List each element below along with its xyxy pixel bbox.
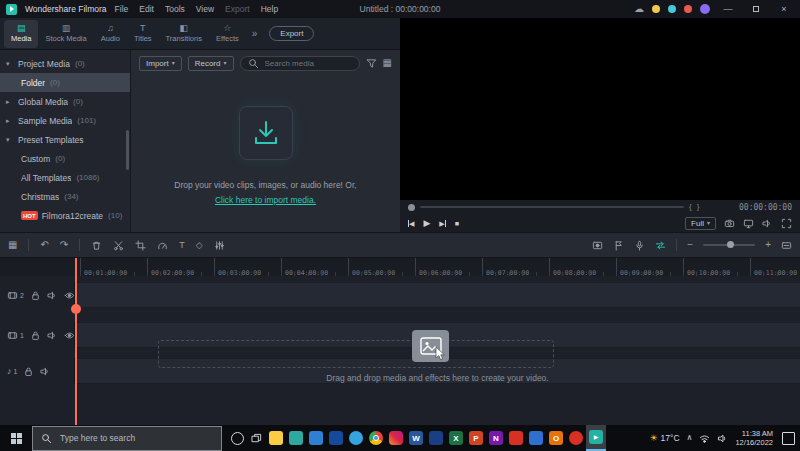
taskbar-app[interactable] bbox=[306, 425, 326, 451]
mute-icon[interactable] bbox=[40, 366, 51, 377]
timeline-media-view-icon[interactable]: ▦ bbox=[8, 240, 17, 250]
user-avatar[interactable] bbox=[700, 4, 710, 14]
previous-frame-button[interactable]: ◀ bbox=[408, 220, 414, 227]
screen-record-icon[interactable] bbox=[592, 240, 603, 251]
cortana-icon[interactable] bbox=[231, 432, 244, 445]
sidebar-scrollbar[interactable] bbox=[126, 130, 129, 170]
display-device-icon[interactable] bbox=[743, 218, 754, 229]
taskbar-app[interactable] bbox=[566, 425, 586, 451]
taskbar-search-input[interactable] bbox=[58, 432, 213, 444]
menu-file[interactable]: File bbox=[115, 4, 129, 14]
taskbar-app[interactable]: X bbox=[446, 425, 466, 451]
undo-icon[interactable]: ↶ bbox=[40, 240, 48, 250]
taskbar-app[interactable]: W bbox=[406, 425, 426, 451]
weather-widget[interactable]: ☀ 17°C bbox=[650, 433, 680, 443]
taskbar-app[interactable]: N bbox=[486, 425, 506, 451]
split-icon[interactable] bbox=[113, 240, 124, 251]
menu-tools[interactable]: Tools bbox=[165, 4, 185, 14]
play-button[interactable]: ▶ bbox=[423, 219, 430, 228]
hidden-icons-chevron[interactable]: ∧ bbox=[687, 434, 693, 442]
expand-arrow-icon[interactable]: ▸ bbox=[6, 117, 14, 125]
taskbar-app[interactable] bbox=[426, 425, 446, 451]
sidebar-item-custom[interactable]: Custom (0) bbox=[0, 149, 130, 168]
grid-view-icon[interactable]: ▦ bbox=[383, 58, 392, 68]
sidebar-item-global-media[interactable]: ▸ Global Media (0) bbox=[0, 92, 130, 111]
taskbar-app[interactable] bbox=[386, 425, 406, 451]
timeline-ruler[interactable]: 00:01:00:00 00:02:00:00 00:03:00:00 00:0… bbox=[0, 258, 800, 276]
fullscreen-icon[interactable] bbox=[781, 218, 792, 229]
auto-ripple-icon[interactable] bbox=[655, 240, 666, 251]
task-view-icon[interactable] bbox=[251, 433, 262, 444]
taskbar-app-filmora-active[interactable]: ▶ bbox=[586, 425, 606, 451]
sidebar-item-all-templates[interactable]: All Templates (1086) bbox=[0, 168, 130, 187]
tab-media[interactable]: ▤ Media bbox=[4, 20, 38, 48]
lock-icon[interactable] bbox=[23, 366, 34, 377]
text-tool-icon[interactable]: T bbox=[179, 241, 185, 250]
track-lane[interactable] bbox=[75, 282, 800, 308]
delete-icon[interactable] bbox=[91, 240, 102, 251]
taskbar-app[interactable] bbox=[366, 425, 386, 451]
taskbar-app[interactable] bbox=[266, 425, 286, 451]
import-drop-box[interactable] bbox=[239, 106, 293, 160]
close-button[interactable]: × bbox=[774, 0, 794, 18]
snapshot-icon[interactable] bbox=[724, 218, 735, 229]
audio-mixer-icon[interactable] bbox=[214, 240, 225, 251]
headset-support-icon[interactable] bbox=[668, 5, 676, 13]
tab-effects[interactable]: ☆ Effects bbox=[209, 20, 246, 48]
taskbar-app[interactable]: P bbox=[466, 425, 486, 451]
menu-help[interactable]: Help bbox=[261, 4, 278, 14]
playhead-handle[interactable] bbox=[71, 304, 81, 314]
crop-icon[interactable] bbox=[135, 240, 146, 251]
zoom-slider-thumb[interactable] bbox=[727, 241, 734, 248]
maximize-button[interactable] bbox=[746, 0, 766, 18]
filter-icon[interactable] bbox=[366, 58, 377, 69]
search-input[interactable] bbox=[263, 58, 352, 69]
taskbar-app[interactable] bbox=[506, 425, 526, 451]
tab-stock-media[interactable]: ▥ Stock Media bbox=[38, 20, 93, 48]
sidebar-item-preset-templates[interactable]: ▾ Preset Templates bbox=[0, 130, 130, 149]
redo-icon[interactable]: ↷ bbox=[60, 240, 68, 250]
eye-icon[interactable] bbox=[64, 290, 75, 301]
import-media-link[interactable]: Click here to import media. bbox=[215, 195, 316, 205]
taskbar-search-box[interactable] bbox=[32, 426, 222, 451]
action-center-icon[interactable] bbox=[782, 432, 795, 445]
tab-audio[interactable]: ♫ Audio bbox=[94, 20, 127, 48]
media-drop-zone[interactable]: Drop your video clips, images, or audio … bbox=[131, 106, 400, 205]
tab-titles[interactable]: T Titles bbox=[127, 20, 159, 48]
sidebar-item-project-media[interactable]: ▾ Project Media (0) bbox=[0, 54, 130, 73]
seek-handle[interactable] bbox=[408, 204, 415, 211]
speed-icon[interactable] bbox=[157, 240, 168, 251]
volume-icon[interactable] bbox=[762, 218, 773, 229]
expand-arrow-icon[interactable]: ▸ bbox=[6, 98, 14, 106]
seek-bar[interactable] bbox=[420, 206, 684, 208]
notification-badge-icon[interactable] bbox=[684, 5, 692, 13]
taskbar-clock[interactable]: 11:38 AM 12/16/2022 bbox=[735, 429, 773, 447]
mute-icon[interactable] bbox=[47, 290, 58, 301]
lightbulb-tips-icon[interactable] bbox=[652, 5, 660, 13]
next-frame-button[interactable]: ▶ bbox=[439, 220, 445, 227]
collapse-arrow-icon[interactable]: ▾ bbox=[6, 60, 14, 68]
export-button[interactable]: Export bbox=[269, 26, 314, 41]
sidebar-item-christmas[interactable]: Christmas (34) bbox=[0, 187, 130, 206]
zoom-fit-icon[interactable] bbox=[781, 240, 792, 251]
collapse-arrow-icon[interactable]: ▾ bbox=[6, 136, 14, 144]
minimize-button[interactable]: — bbox=[718, 0, 738, 18]
sidebar-item-folder[interactable]: Folder (0) bbox=[0, 73, 130, 92]
lock-icon[interactable] bbox=[30, 330, 41, 341]
media-search-box[interactable] bbox=[240, 56, 360, 71]
taskbar-app[interactable] bbox=[526, 425, 546, 451]
cloud-sync-icon[interactable]: ☁ bbox=[634, 4, 644, 14]
taskbar-app[interactable] bbox=[326, 425, 346, 451]
voiceover-mic-icon[interactable] bbox=[634, 240, 645, 251]
zoom-out-icon[interactable]: − bbox=[687, 240, 693, 250]
sidebar-item-sample-media[interactable]: ▸ Sample Media (101) bbox=[0, 111, 130, 130]
network-icon[interactable] bbox=[699, 433, 710, 444]
taskbar-app[interactable] bbox=[286, 425, 306, 451]
lock-icon[interactable] bbox=[30, 290, 41, 301]
start-button[interactable] bbox=[0, 425, 32, 451]
more-tabs-icon[interactable]: » bbox=[252, 28, 258, 39]
preview-quality-dropdown[interactable]: Full ▾ bbox=[685, 217, 716, 230]
sidebar-item-filmora12create[interactable]: HOT Filmora12create (10) bbox=[0, 206, 130, 225]
taskbar-app[interactable] bbox=[346, 425, 366, 451]
import-button[interactable]: Import ▾ bbox=[139, 56, 182, 71]
